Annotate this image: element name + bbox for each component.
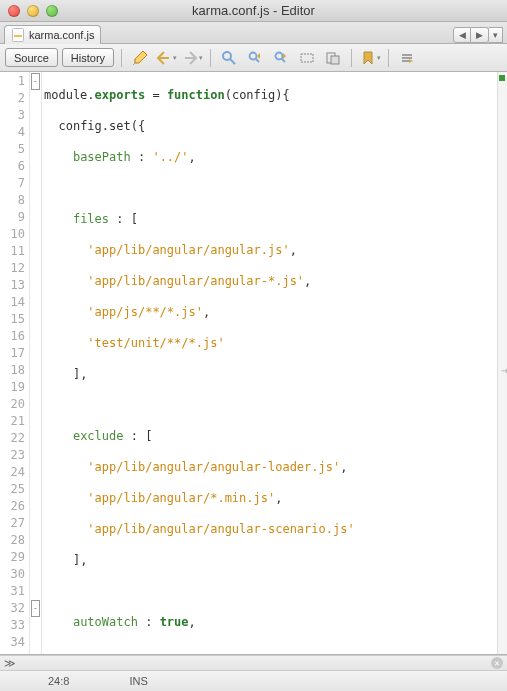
line-number: 32 <box>0 600 29 617</box>
line-number: 4 <box>0 124 29 141</box>
js-file-icon <box>11 28 25 42</box>
line-number: 8 <box>0 192 29 209</box>
line-number: 3 <box>0 107 29 124</box>
status-ok-mark <box>499 75 505 81</box>
toggle-highlight-icon[interactable] <box>296 47 318 69</box>
line-number: 2 <box>0 90 29 107</box>
line-number: 17 <box>0 345 29 362</box>
status-bar: 24:8 INS <box>0 671 507 691</box>
side-split-handle[interactable]: ⇥ <box>501 363 507 377</box>
find-prev-icon[interactable] <box>244 47 266 69</box>
line-number: 29 <box>0 549 29 566</box>
tab-next-button[interactable]: ▶ <box>471 27 489 43</box>
line-number: 1 <box>0 73 29 90</box>
forward-icon[interactable]: ▾ <box>181 47 203 69</box>
toolbar-separator <box>121 49 122 67</box>
chevron-down-icon: ▾ <box>199 54 203 62</box>
window-titlebar: karma.conf.js - Editor <box>0 0 507 22</box>
toggle-bookmark-icon[interactable] <box>322 47 344 69</box>
line-number: 12 <box>0 260 29 277</box>
line-number: 5 <box>0 141 29 158</box>
insert-mode-indicator: INS <box>129 675 147 687</box>
window-title: karma.conf.js - Editor <box>0 3 507 18</box>
editor-toolbar: Source History ▾ ▾ ▾ <box>0 44 507 72</box>
find-selection-icon[interactable] <box>218 47 240 69</box>
line-number: 10 <box>0 226 29 243</box>
code-area[interactable]: module.exports = function(config){ confi… <box>42 72 507 654</box>
svg-point-4 <box>276 52 283 59</box>
line-number: 15 <box>0 311 29 328</box>
line-number: 9 <box>0 209 29 226</box>
tab-list-button[interactable]: ▾ <box>489 27 503 43</box>
code-editor[interactable]: 1234567891011121314151617181920212223242… <box>0 72 507 655</box>
chevron-down-icon: ▾ <box>377 54 381 62</box>
line-number: 18 <box>0 362 29 379</box>
fold-toggle-icon[interactable]: - <box>31 600 40 617</box>
file-tab-label: karma.conf.js <box>29 29 94 41</box>
toolbar-separator <box>210 49 211 67</box>
line-number: 27 <box>0 515 29 532</box>
svg-rect-1 <box>14 35 22 37</box>
chevron-down-icon: ▾ <box>173 54 177 62</box>
command-line[interactable]: ≫ ✕ <box>0 655 507 671</box>
shift-line-icon[interactable] <box>396 47 418 69</box>
line-number: 16 <box>0 328 29 345</box>
line-number: 26 <box>0 498 29 515</box>
file-tab[interactable]: karma.conf.js <box>4 25 101 44</box>
line-number: 13 <box>0 277 29 294</box>
line-number: 31 <box>0 583 29 600</box>
svg-rect-7 <box>331 56 339 64</box>
line-number: 23 <box>0 447 29 464</box>
close-icon[interactable]: ✕ <box>491 657 503 669</box>
document-tab-bar: karma.conf.js ◀ ▶ ▾ <box>0 22 507 44</box>
history-view-button[interactable]: History <box>62 48 114 67</box>
last-edit-icon[interactable] <box>129 47 151 69</box>
back-icon[interactable]: ▾ <box>155 47 177 69</box>
line-number: 14 <box>0 294 29 311</box>
tab-prev-button[interactable]: ◀ <box>453 27 471 43</box>
line-number-gutter: 1234567891011121314151617181920212223242… <box>0 72 30 654</box>
line-number: 20 <box>0 396 29 413</box>
cursor-position: 24:8 <box>48 675 69 687</box>
svg-point-2 <box>223 52 231 60</box>
line-number: 19 <box>0 379 29 396</box>
svg-rect-5 <box>301 54 313 62</box>
line-number: 30 <box>0 566 29 583</box>
line-number: 21 <box>0 413 29 430</box>
tab-nav: ◀ ▶ ▾ <box>453 27 507 43</box>
source-view-button[interactable]: Source <box>5 48 58 67</box>
line-number: 6 <box>0 158 29 175</box>
line-number: 33 <box>0 617 29 634</box>
fold-gutter: -- <box>30 72 42 654</box>
line-number: 25 <box>0 481 29 498</box>
line-number: 22 <box>0 430 29 447</box>
toolbar-separator <box>351 49 352 67</box>
prev-bookmark-icon[interactable]: ▾ <box>359 47 381 69</box>
toolbar-separator <box>388 49 389 67</box>
svg-point-3 <box>250 52 257 59</box>
line-number: 7 <box>0 175 29 192</box>
fold-toggle-icon[interactable]: - <box>31 73 40 90</box>
prompt-icon: ≫ <box>4 657 16 670</box>
line-number: 28 <box>0 532 29 549</box>
line-number: 11 <box>0 243 29 260</box>
line-number: 34 <box>0 634 29 651</box>
find-next-icon[interactable] <box>270 47 292 69</box>
line-number: 24 <box>0 464 29 481</box>
